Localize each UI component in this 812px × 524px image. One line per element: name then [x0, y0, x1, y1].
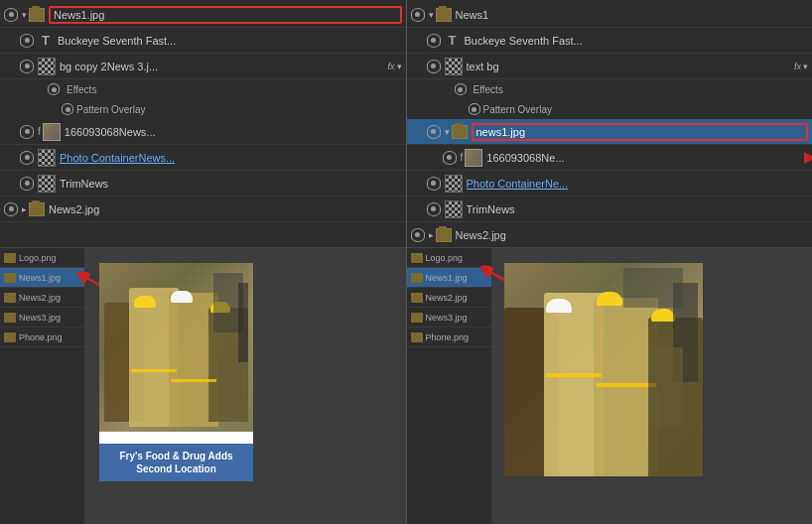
sidebar-item-logo: Logo.png — [0, 248, 84, 268]
link-icon-r: f — [461, 152, 464, 163]
vest-stripe1 — [131, 369, 177, 372]
layer-name-buckeye-r: Buckeye Seventh Fast... — [465, 35, 809, 47]
right-layer-photo[interactable]: Photo ContainerNe... — [407, 171, 813, 196]
left-preview: Logo.png News1.jpg News2.jpg News3.jpg P… — [0, 248, 406, 524]
collapse-arrow-r[interactable]: ▾ — [429, 10, 434, 20]
sidebar-text: Logo.png — [19, 253, 57, 263]
news-image-right — [504, 263, 703, 476]
right-sidebar-text4: News3.jpg — [426, 313, 468, 323]
right-layer-textbg[interactable]: text bg fx ▾ — [407, 54, 813, 79]
mini-folder-r1 — [411, 253, 423, 263]
eye-icon[interactable] — [427, 125, 441, 139]
folder-thumb2 — [29, 202, 45, 216]
mini-folder-icon3 — [4, 293, 16, 303]
collapse-arrow-r2[interactable]: ▾ — [803, 62, 808, 71]
eye-icon[interactable] — [48, 83, 60, 95]
mini-folder-r2 — [411, 273, 423, 283]
eye-icon[interactable] — [427, 202, 441, 216]
pattern-overlay-label: Pattern Overlay — [76, 104, 145, 115]
collapse-arrow[interactable]: ▾ — [22, 10, 27, 20]
layer-news1-folder[interactable]: ▾ News1.jpg — [0, 2, 406, 28]
right-sidebar-text3: News2.jpg — [426, 293, 468, 303]
eye-icon[interactable] — [4, 202, 18, 216]
right-layer-news2[interactable]: ▸ News2.jpg — [407, 222, 813, 248]
eye-icon[interactable] — [62, 103, 73, 115]
layer-166[interactable]: f 166093068News... — [0, 119, 406, 145]
eye-icon[interactable] — [469, 103, 480, 115]
fx-badge: fx — [387, 62, 394, 71]
caption-bar: Fry's Food & Drug Adds Second Location — [99, 444, 253, 481]
effects-row: Effects — [0, 79, 406, 99]
text-thumb: T — [38, 32, 54, 50]
layer-name-textbg: text bg — [467, 61, 790, 72]
eye-icon[interactable] — [20, 151, 34, 165]
mini-folder-r3 — [411, 293, 423, 303]
eye-icon[interactable] — [427, 60, 441, 73]
eye-icon[interactable] — [20, 34, 34, 48]
mini-folder-r5 — [411, 332, 423, 342]
eye-icon[interactable] — [443, 151, 457, 165]
layer-name-buckeye: Buckeye Seventh Fast... — [58, 35, 402, 47]
hardhat-r2 — [597, 292, 622, 306]
collapse-arrow-r4[interactable]: ▸ — [429, 230, 434, 240]
hardhat-r3 — [651, 309, 675, 322]
red-arrow-indicator — [802, 148, 812, 170]
right-sidebar-news3: News3.jpg — [407, 308, 491, 328]
mini-folder-r4 — [411, 313, 423, 323]
layer-name-news1: News1.jpg — [49, 6, 402, 24]
hardhat2 — [171, 291, 193, 303]
layer-name-trim-r: TrimNews — [467, 203, 809, 215]
img-thumb4 — [38, 175, 56, 193]
layer-buckeye[interactable]: T Buckeye Seventh Fast... — [0, 28, 406, 54]
right-layer-buckeye[interactable]: T Buckeye Seventh Fast... — [407, 28, 813, 54]
img-thumb — [38, 58, 56, 75]
layer-name-166-r: 166093068Ne... — [486, 152, 808, 164]
right-pattern-label: Pattern Overlay — [483, 104, 552, 115]
sidebar-text4: News3.jpg — [19, 313, 61, 323]
layer-name-photocontainer: Photo ContainerNews... — [60, 152, 402, 164]
right-panel: ✓ YES ▾ News1 T Buckeye Seventh Fast... … — [407, 0, 813, 524]
caption-text: Fry's Food & Drug Adds Second Location — [119, 451, 232, 474]
img-thumb2 — [43, 123, 61, 141]
eye-icon[interactable] — [4, 8, 18, 22]
img-thumb-r3 — [445, 175, 463, 193]
layer-bgcopy[interactable]: bg copy 2News 3.j... fx ▾ — [0, 54, 406, 79]
eye-icon[interactable] — [411, 228, 425, 242]
mini-folder-icon4 — [4, 313, 16, 323]
right-layer-166[interactable]: f 166093068Ne... — [407, 145, 813, 171]
fx-badge-r: fx — [794, 62, 801, 71]
right-effects-label: Effects — [474, 84, 503, 95]
right-effects-row: Effects — [407, 79, 813, 99]
right-layer-trim[interactable]: TrimNews — [407, 196, 813, 222]
collapse-arrow3[interactable]: ▸ — [22, 204, 27, 214]
sidebar-item-phone: Phone.png — [0, 328, 84, 347]
img-thumb3 — [38, 149, 56, 167]
hardhat-r1 — [546, 299, 572, 313]
eye-icon[interactable] — [20, 125, 34, 139]
collapse-arrow2[interactable]: ▾ — [397, 62, 402, 71]
eye-icon[interactable] — [427, 177, 441, 191]
link-icon: f — [38, 126, 41, 137]
eye-icon[interactable] — [411, 8, 425, 22]
right-layers-panel: ✓ YES ▾ News1 T Buckeye Seventh Fast... … — [407, 0, 813, 248]
layer-photocontainer[interactable]: Photo ContainerNews... — [0, 145, 406, 171]
right-layer-news1[interactable]: ▾ News1 — [407, 2, 813, 28]
layer-news2[interactable]: ▸ News2.jpg — [0, 196, 406, 222]
layer-trimnews[interactable]: TrimNews — [0, 171, 406, 196]
vest-r2 — [597, 383, 656, 387]
eye-icon[interactable] — [20, 60, 34, 73]
right-sidebar-phone: Phone.png — [407, 328, 491, 347]
layer-name-news1jpg: news1.jpg — [472, 123, 809, 141]
sidebar-text5: Phone.png — [19, 332, 63, 342]
layer-name-trimnews: TrimNews — [60, 178, 402, 190]
right-pattern-row: Pattern Overlay — [407, 99, 813, 119]
eye-icon[interactable] — [427, 34, 441, 48]
right-sidebar-text1: Logo.png — [426, 253, 464, 263]
eye-icon[interactable] — [455, 83, 467, 95]
construction-bg-r — [504, 263, 703, 476]
right-layer-news1jpg[interactable]: ▾ news1.jpg — [407, 119, 813, 145]
vest-stripe2 — [171, 379, 216, 382]
collapse-arrow-r3[interactable]: ▾ — [445, 127, 450, 137]
vest-r1 — [546, 373, 602, 377]
eye-icon[interactable] — [20, 177, 34, 191]
